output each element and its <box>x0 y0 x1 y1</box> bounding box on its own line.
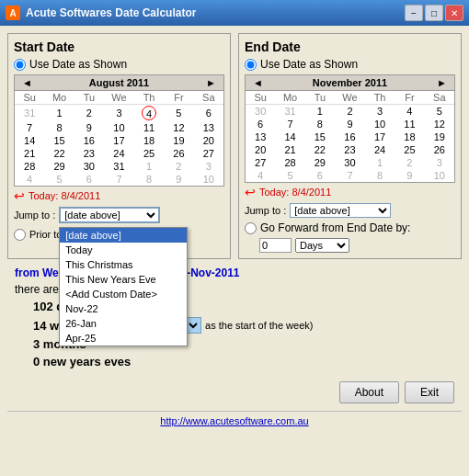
start-cal-day[interactable]: 14 <box>15 134 44 147</box>
end-cal-day[interactable]: 2 <box>335 105 365 119</box>
start-cal-day[interactable]: 8 <box>44 121 74 134</box>
start-use-date-radio[interactable] <box>14 59 26 71</box>
end-cal-day[interactable]: 24 <box>365 143 395 156</box>
end-cal-day[interactable]: 1 <box>305 105 335 119</box>
end-next-month[interactable]: ► <box>433 77 451 88</box>
end-cal-day[interactable]: 5 <box>275 169 304 182</box>
end-prev-month[interactable]: ◄ <box>249 77 267 88</box>
end-cal-day[interactable]: 6 <box>246 118 275 130</box>
end-cal-day[interactable]: 16 <box>335 130 365 143</box>
close-button[interactable]: ✕ <box>445 5 463 21</box>
start-cal-day[interactable]: 21 <box>15 147 44 160</box>
start-prev-month[interactable]: ◄ <box>18 77 36 88</box>
start-cal-day[interactable]: 27 <box>194 147 223 160</box>
start-prior-radio[interactable] <box>14 229 26 241</box>
end-forward-input[interactable] <box>259 238 292 253</box>
dropdown-item[interactable]: <Add Custom Date> <box>60 287 187 301</box>
end-use-date-radio[interactable] <box>245 59 257 71</box>
start-cal-day[interactable]: 9 <box>164 173 193 186</box>
end-cal-day[interactable]: 26 <box>425 143 454 156</box>
start-cal-day[interactable]: 26 <box>164 147 193 160</box>
dropdown-item[interactable]: Apr-25 <box>60 331 187 346</box>
end-cal-day[interactable]: 23 <box>335 143 365 156</box>
maximize-button[interactable]: □ <box>425 5 443 21</box>
end-cal-day[interactable]: 27 <box>246 156 275 169</box>
start-jump-select[interactable]: [date above]TodayThis ChristmasThis New … <box>59 207 160 223</box>
start-cal-day[interactable]: 6 <box>74 173 104 186</box>
end-cal-day[interactable]: 8 <box>365 169 395 182</box>
end-cal-day[interactable]: 14 <box>275 130 304 143</box>
about-button[interactable]: About <box>339 381 399 403</box>
start-cal-day[interactable]: 15 <box>44 134 74 147</box>
end-cal-day[interactable]: 31 <box>275 105 304 119</box>
end-forward-unit-select[interactable]: Days Weeks Months <box>295 238 349 253</box>
end-jump-select[interactable]: [date above] Today This Christmas <box>290 203 391 218</box>
end-cal-day[interactable]: 1 <box>365 156 395 169</box>
start-cal-day[interactable]: 3 <box>194 160 223 173</box>
start-cal-day[interactable]: 31 <box>15 105 44 122</box>
end-cal-day[interactable]: 25 <box>395 143 424 156</box>
dropdown-item[interactable]: [date above] <box>60 228 187 243</box>
start-cal-day[interactable]: 19 <box>164 134 193 147</box>
start-cal-day[interactable]: 28 <box>15 160 44 173</box>
start-cal-day[interactable]: 18 <box>134 134 164 147</box>
dropdown-item[interactable]: This Christmas <box>60 257 187 272</box>
minimize-button[interactable]: − <box>405 5 423 21</box>
end-cal-day[interactable]: 6 <box>305 169 335 182</box>
dropdown-item[interactable]: This New Years Eve <box>60 272 187 287</box>
start-cal-day[interactable]: 12 <box>164 121 193 134</box>
end-cal-day[interactable]: 7 <box>335 169 365 182</box>
start-cal-day[interactable]: 5 <box>44 173 74 186</box>
start-next-month[interactable]: ► <box>202 77 220 88</box>
end-cal-day[interactable]: 13 <box>246 130 275 143</box>
start-cal-day[interactable]: 11 <box>134 121 164 134</box>
end-cal-day[interactable]: 30 <box>246 105 275 119</box>
start-cal-day[interactable]: 4 <box>15 173 44 186</box>
start-cal-day[interactable]: 17 <box>104 134 134 147</box>
end-cal-day[interactable]: 17 <box>365 130 395 143</box>
start-cal-day[interactable]: 16 <box>74 134 104 147</box>
footer-link[interactable]: http://www.acutesoftware.com.au <box>7 411 462 430</box>
start-cal-day[interactable]: 13 <box>194 121 223 134</box>
end-cal-day[interactable]: 5 <box>425 105 454 119</box>
start-cal-day[interactable]: 5 <box>164 105 193 122</box>
start-cal-day[interactable]: 20 <box>194 134 223 147</box>
end-cal-day[interactable]: 20 <box>246 143 275 156</box>
end-cal-day[interactable]: 9 <box>395 169 424 182</box>
start-cal-day[interactable]: 8 <box>134 173 164 186</box>
start-cal-day[interactable]: 7 <box>104 173 134 186</box>
dropdown-item[interactable]: 26-Jan <box>60 316 187 331</box>
end-cal-day[interactable]: 7 <box>275 118 304 130</box>
start-cal-day[interactable]: 2 <box>74 105 104 122</box>
end-cal-day[interactable]: 22 <box>305 143 335 156</box>
start-cal-day[interactable]: 9 <box>74 121 104 134</box>
end-forward-radio[interactable] <box>245 222 257 234</box>
start-cal-day[interactable]: 7 <box>15 121 44 134</box>
start-cal-day[interactable]: 31 <box>104 160 134 173</box>
end-cal-day[interactable]: 11 <box>395 118 424 130</box>
end-cal-day[interactable]: 21 <box>275 143 304 156</box>
end-cal-day[interactable]: 19 <box>425 130 454 143</box>
end-cal-day[interactable]: 28 <box>275 156 304 169</box>
end-cal-day[interactable]: 10 <box>365 118 395 130</box>
end-cal-day[interactable]: 18 <box>395 130 424 143</box>
end-cal-day[interactable]: 9 <box>335 118 365 130</box>
start-cal-day[interactable]: 25 <box>134 147 164 160</box>
start-cal-day[interactable]: 3 <box>104 105 134 122</box>
start-cal-day[interactable]: 24 <box>104 147 134 160</box>
start-cal-day[interactable]: 6 <box>194 105 223 122</box>
end-cal-day[interactable]: 2 <box>395 156 424 169</box>
start-cal-day[interactable]: 2 <box>164 160 193 173</box>
end-cal-day[interactable]: 29 <box>305 156 335 169</box>
start-cal-day[interactable]: 30 <box>74 160 104 173</box>
start-cal-day[interactable]: 29 <box>44 160 74 173</box>
end-cal-day[interactable]: 3 <box>365 105 395 119</box>
end-cal-day[interactable]: 4 <box>246 169 275 182</box>
dropdown-item[interactable]: Today <box>60 243 187 257</box>
end-cal-day[interactable]: 30 <box>335 156 365 169</box>
end-cal-day[interactable]: 15 <box>305 130 335 143</box>
start-cal-day[interactable]: 1 <box>134 160 164 173</box>
start-cal-day[interactable]: 4 <box>134 105 164 122</box>
end-cal-day[interactable]: 3 <box>425 156 454 169</box>
start-cal-day[interactable]: 1 <box>44 105 74 122</box>
